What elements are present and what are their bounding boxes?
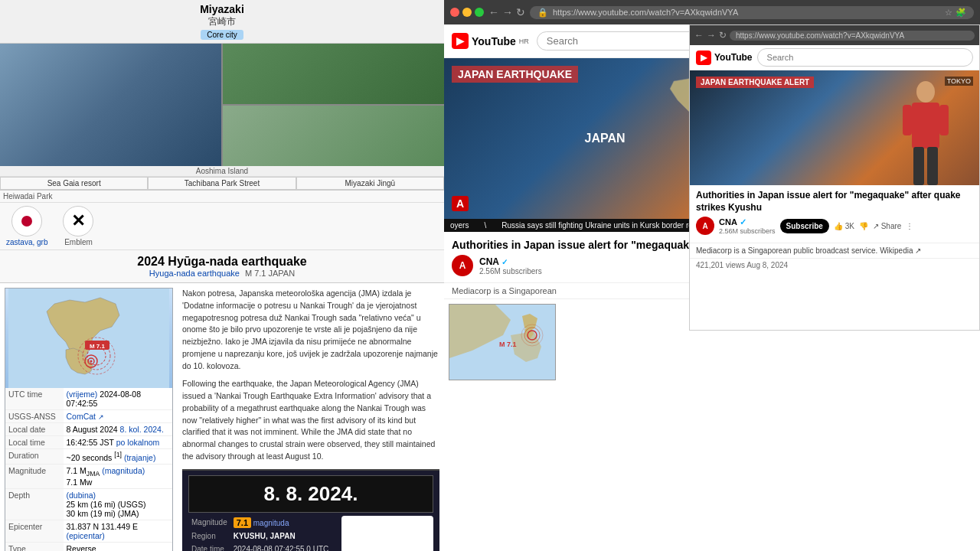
channel-avatar[interactable]: A xyxy=(452,255,473,276)
overlay-browser-bar: ← → ↻ https://www.youtube.com/watch?v=AX… xyxy=(690,25,979,45)
url-bar[interactable]: 🔒 https://www.youtube.com/watch?v=AXkqwi… xyxy=(530,6,974,19)
article-title: 2024 Hyūga-nada earthquake xyxy=(8,255,436,269)
miyazaki-header: Miyazaki 宮崎市 Core city xyxy=(0,0,444,44)
overlay-channel-avatar[interactable]: A xyxy=(696,217,714,235)
miyazaki-jingu-label[interactable]: Miyazaki Jingū xyxy=(296,177,444,190)
overlay-yt-text: YouTube xyxy=(714,52,753,63)
city-kanji: 宮崎市 xyxy=(0,15,444,28)
epicenter-label: Epicenter xyxy=(5,520,64,542)
city-name: Miyazaki xyxy=(0,3,444,15)
svg-text:M 7.1: M 7.1 xyxy=(90,343,106,350)
photo-main xyxy=(0,44,221,166)
overlay-alert: JAPAN EARTHQUAKE ALERT xyxy=(696,77,814,88)
locations-row: Sea Gaia resort Tachibana Park Street Mi… xyxy=(0,177,444,191)
youtube-logo-text: YouTube xyxy=(472,35,516,47)
depth-hr-link[interactable]: (dubina) xyxy=(67,491,96,500)
overlay-channel-name[interactable]: CNA ✓ xyxy=(719,217,776,227)
flag-link[interactable]: zastava, grb xyxy=(6,238,47,246)
magnitude-badge: 7.1 xyxy=(234,517,251,528)
dislike-button[interactable]: 👎 xyxy=(859,222,868,230)
q-mag-label: Magnitude xyxy=(188,516,230,530)
ticker-separator-1: \ xyxy=(484,221,486,230)
overlay-search-input[interactable] xyxy=(757,48,973,67)
action-buttons: 👍 3K 👎 ↗ Share ⋮ xyxy=(834,222,913,230)
overlay-refresh-icon[interactable]: ↻ xyxy=(719,30,727,41)
magnitude-link[interactable]: (magnituda) xyxy=(102,466,145,475)
like-button[interactable]: 👍 3K xyxy=(834,222,854,230)
subtitle-mag: M 7.1 JAPAN xyxy=(245,269,295,278)
infobox-table: UTC time (vrijeme) 2024-08-08 07:42:55 U… xyxy=(5,388,172,551)
wiki-panel: Miyazaki 宮崎市 Core city Aoshima Island Se… xyxy=(0,0,444,551)
flags-row: zastava, grb ✕ Emblem xyxy=(0,203,444,250)
utc-hr-link[interactable]: (vrijeme) xyxy=(67,390,98,399)
quake-info-left: Magnitude 7.1 magnituda Region KYUSHU, J… xyxy=(188,516,334,552)
overlay-forward-icon[interactable]: → xyxy=(707,30,716,41)
extensions-icon[interactable]: 🧩 xyxy=(956,8,966,18)
utc-value: (vrijeme) 2024-08-08 07:42:55 xyxy=(64,388,172,410)
depth-value: (dubina) 25 km (16 mi) (USGS) 30 km (19 … xyxy=(64,488,172,520)
minimize-btn[interactable] xyxy=(462,8,472,17)
type-label: Type xyxy=(5,542,64,551)
core-city-badge: Core city xyxy=(201,30,243,40)
local-date-label: Local date xyxy=(5,423,64,436)
subscribe-button[interactable]: Subscribe xyxy=(780,219,829,233)
overlay-url[interactable]: https://www.youtube.com/watch?v=AXkqwidn… xyxy=(730,31,975,41)
browser-controls xyxy=(450,8,484,17)
subtitle-hr-link[interactable]: Hyuga-nada xyxy=(149,269,195,278)
magnitude-suffix[interactable]: magnituda xyxy=(253,519,289,527)
duration-hr[interactable]: (trajanje) xyxy=(124,453,155,462)
refresh-icon[interactable]: ↻ xyxy=(516,6,525,18)
flag-item-emblem: ✕ Emblem xyxy=(63,206,93,246)
tachibana-label[interactable]: Tachibana Park Street xyxy=(148,177,296,190)
overlay-video[interactable]: JAPAN EARTHQUAKE ALERT TOKYO years' jail… xyxy=(690,70,979,185)
maximize-btn[interactable] xyxy=(475,8,484,17)
q-dt-label: Date time xyxy=(188,543,230,551)
flag-item-japan: zastava, grb xyxy=(6,206,47,246)
ticker-2: Russia says still fighting Ukraine units… xyxy=(501,221,707,230)
yt-overlay-window: ← → ↻ https://www.youtube.com/watch?v=AX… xyxy=(689,24,980,331)
miyazaki-photos xyxy=(0,44,444,166)
more-options-icon[interactable]: ⋮ xyxy=(906,222,913,230)
svg-rect-23 xyxy=(912,103,939,148)
photo-bottom-right xyxy=(223,106,444,166)
svg-rect-27 xyxy=(927,147,938,185)
utc-label: UTC time xyxy=(5,388,64,410)
overlay-channel-row: A CNA ✓ 2.56M subscribers Subscribe 👍 3K… xyxy=(696,217,973,235)
quake-bottom: 8. 8. 2024. Magnitude 7.1 magnituda xyxy=(182,469,439,552)
share-button[interactable]: ↗ Share xyxy=(873,222,901,230)
youtube-logo[interactable]: ▶ YouTube HR xyxy=(452,33,529,49)
overlay-back-icon[interactable]: ← xyxy=(694,30,704,41)
epicenter-hr-link[interactable]: (epicentar) xyxy=(67,531,105,540)
cna-watermark: A xyxy=(452,196,469,211)
verified-badge: ✓ xyxy=(501,258,508,266)
overlay-title: Authorities in Japan issue alert for "me… xyxy=(696,190,973,214)
article-title-area: 2024 Hyūga-nada earthquake Hyuga-nada ea… xyxy=(0,250,444,283)
tokyo-label: TOKYO xyxy=(945,77,973,86)
usgs-label: USGS-ANSS xyxy=(5,410,64,423)
local-time-value: 16:42:55 JST po lokalnom xyxy=(64,436,172,449)
subtitle-en-link[interactable]: earthquake xyxy=(198,269,240,278)
close-btn[interactable] xyxy=(450,8,459,17)
csem-logo: CSEM EMSC Centre Sismologique Euro-Médit… xyxy=(341,516,433,552)
description-hr: Nakon potresa, Japanska meteorološka age… xyxy=(182,288,439,372)
local-date-hr[interactable]: 8. kol. 2024. xyxy=(120,425,164,434)
emblem-label: Emblem xyxy=(63,238,93,246)
epicenter-value: 31.837 N 131.449 E (epicentar) xyxy=(64,520,172,542)
quake-info-grid: Magnitude 7.1 magnituda Region KYUSHU, J… xyxy=(188,516,433,552)
earthquake-infobox: M 7.1 UTC time (vrijeme) 2024-08-08 07:4… xyxy=(5,288,173,551)
forward-icon[interactable]: → xyxy=(502,6,513,18)
browser-bar: ← → ↻ 🔒 https://www.youtube.com/watch?v=… xyxy=(444,0,980,24)
sea-gaia-label[interactable]: Sea Gaia resort xyxy=(0,177,148,190)
photo-top-right xyxy=(223,44,444,104)
browser-nav: ← → ↻ xyxy=(488,6,525,18)
svg-point-3 xyxy=(90,360,93,363)
overlay-header: ▶ YouTube xyxy=(690,45,979,70)
youtube-logo-icon: ▶ xyxy=(452,33,469,49)
bookmark-icon[interactable]: ☆ xyxy=(945,8,952,18)
usgs-link[interactable]: ComCat xyxy=(67,412,96,421)
usgs-value: ComCat ↗ xyxy=(64,410,172,423)
overlay-views: 421,201 views Aug 8, 2024 xyxy=(690,259,979,272)
back-icon[interactable]: ← xyxy=(488,6,499,18)
local-time-hr[interactable]: po lokalnom xyxy=(116,438,160,447)
article-text-area: Nakon potresa, Japanska meteorološka age… xyxy=(178,283,444,551)
